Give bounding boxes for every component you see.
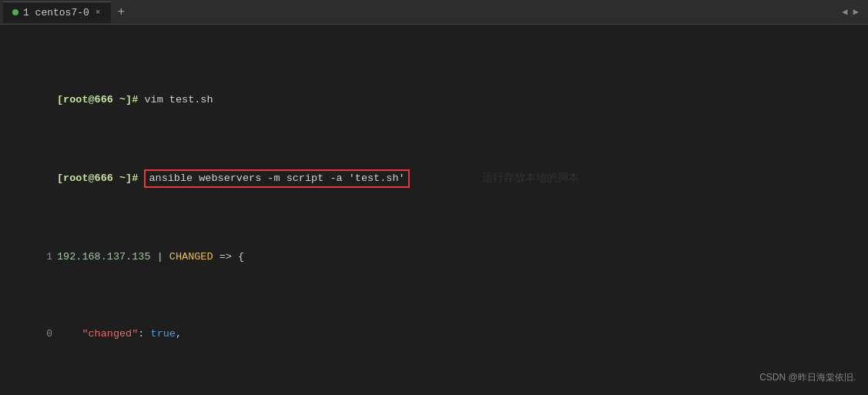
- val-true: true: [151, 326, 176, 342]
- nav-arrows[interactable]: ◀ ▶: [836, 6, 865, 18]
- line-vim: [root@666 ~]# vim test.sh: [35, 92, 856, 108]
- tab-label: 1 centos7-0: [23, 7, 89, 18]
- annotation-runlocal: 运行存放本地的脚本: [482, 169, 579, 185]
- title-bar: 1 centos7-0 × + ◀ ▶: [0, 0, 868, 25]
- prompt-2: [root@666 ~]#: [57, 171, 138, 186]
- prompt-1: [root@666 ~]#: [57, 92, 138, 108]
- terminal-tab[interactable]: 1 centos7-0 ×: [3, 2, 111, 23]
- line-changed1: 1 192.168.137.135 | CHANGED => {: [35, 249, 856, 265]
- ip-1: 192.168.137.135: [57, 249, 151, 265]
- cmd-vim: vim test.sh: [138, 92, 213, 108]
- terminal: [root@666 ~]# vim test.sh [root@666 ~]# …: [0, 25, 868, 395]
- tab-dot: [12, 9, 18, 15]
- line-changed-true: 0 "changed" : true ,: [35, 326, 856, 342]
- space-2: [138, 171, 144, 186]
- cmd-ansible-1: ansible webservers -m script -a 'test.sh…: [144, 169, 409, 188]
- tab-close-icon[interactable]: ×: [94, 8, 102, 17]
- tab-add-button[interactable]: +: [111, 5, 131, 19]
- key-changed: "changed": [82, 326, 138, 342]
- terminal-content: [root@666 ~]# vim test.sh [root@666 ~]# …: [35, 31, 856, 395]
- csdn-watermark: CSDN @昨日海棠依旧.: [759, 371, 856, 384]
- line-ansible-script: [root@666 ~]# ansible webservers -m scri…: [35, 169, 856, 188]
- changed-1: CHANGED: [169, 249, 213, 265]
